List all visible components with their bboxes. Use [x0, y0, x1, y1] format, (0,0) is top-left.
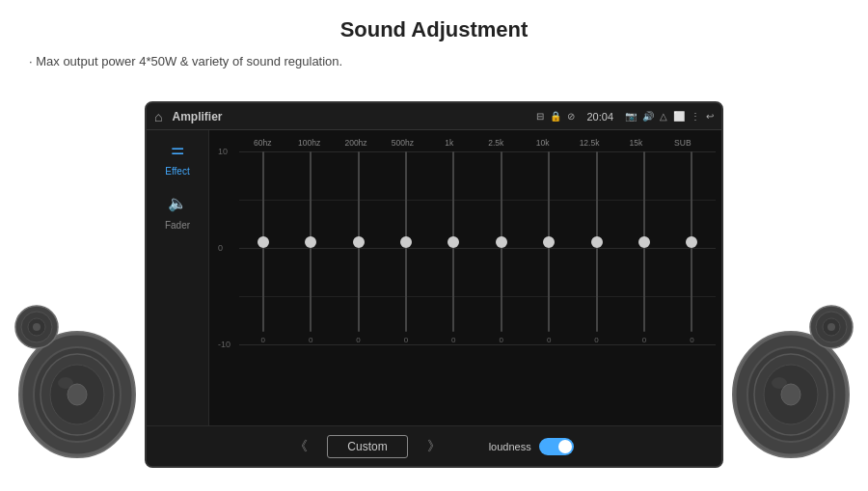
slider-track-8[interactable] [596, 151, 598, 332]
slider-track-4[interactable] [405, 151, 407, 332]
slider-thumb-7[interactable] [543, 236, 555, 248]
slider-val-1: 0 [260, 336, 264, 344]
home-icon[interactable]: ⌂ [154, 109, 162, 124]
svg-point-10 [33, 323, 41, 331]
slider-500hz: 0 [382, 151, 429, 344]
slider-thumb-1[interactable] [258, 236, 269, 248]
custom-button[interactable]: Custom [327, 435, 407, 458]
slider-track-1[interactable] [262, 151, 264, 332]
svg-point-17 [772, 377, 787, 389]
toggle-knob [558, 440, 572, 453]
freq-100hz: 100hz [285, 138, 332, 148]
next-arrow-button[interactable]: 》 [427, 438, 441, 455]
slider-val-6: 0 [500, 336, 503, 344]
freq-2k5: 2.5k [473, 138, 519, 148]
slider-track-7[interactable] [548, 151, 550, 332]
content-area: ⚌ Effect 🔈 Fader 60hz 100hz 200hz 500hz … [147, 130, 721, 425]
loudness-label: loudness [489, 441, 531, 452]
slider-200hz: 0 [335, 151, 382, 344]
screenshot-icon: ⊟ [536, 111, 544, 122]
freq-15k: 15k [612, 138, 659, 148]
slider-track-2[interactable] [310, 151, 312, 332]
grid-label-0: 0 [218, 243, 223, 253]
slider-sub: 0 [668, 151, 716, 344]
slider-val-4: 0 [404, 336, 408, 344]
slider-val-9: 0 [642, 336, 646, 344]
left-panel: ⚌ Effect 🔈 Fader [147, 130, 209, 425]
eq-area: 60hz 100hz 200hz 500hz 1k 2.5k 10k 12.5k… [209, 130, 721, 425]
speaker-right [714, 259, 868, 472]
app-title: Amplifier [172, 110, 536, 123]
eq-icon[interactable]: ⚌ [171, 140, 184, 158]
slider-12k5: 0 [573, 151, 620, 344]
freq-sub: SUB [660, 138, 706, 148]
fader-label: Fader [165, 220, 190, 231]
freq-12k5: 12.5k [566, 138, 612, 148]
frequency-labels: 60hz 100hz 200hz 500hz 1k 2.5k 10k 12.5k… [215, 138, 716, 148]
effect-label: Effect [165, 166, 189, 177]
lock-icon: 🔒 [550, 111, 561, 122]
page-title: Sound Adjustment [0, 0, 868, 50]
volume-icon: 🔊 [642, 111, 654, 122]
sliders-container: 0 0 0 [239, 151, 716, 344]
slider-val-8: 0 [594, 336, 598, 344]
camera-icon: 📷 [625, 111, 637, 122]
slider-thumb-4[interactable] [400, 236, 412, 248]
freq-10k: 10k [519, 138, 565, 148]
device-screen: ⌂ Amplifier ⊟ 🔒 ⊘ 20:04 📷 🔊 △ ⬜ ⋮ ↩ ⚌ Ef… [145, 101, 723, 468]
slider-track-6[interactable] [501, 151, 502, 332]
status-bar: ⌂ Amplifier ⊟ 🔒 ⊘ 20:04 📷 🔊 △ ⬜ ⋮ ↩ [147, 103, 721, 130]
slider-track-5[interactable] [452, 151, 454, 332]
freq-500hz: 500hz [379, 138, 425, 148]
slider-thumb-5[interactable] [448, 236, 459, 248]
slider-track-3[interactable] [358, 151, 360, 332]
slider-val-10: 0 [690, 336, 693, 344]
slider-val-3: 0 [356, 336, 360, 344]
loudness-container: loudness [489, 438, 574, 455]
freq-1k: 1k [426, 138, 473, 148]
slider-thumb-3[interactable] [353, 236, 365, 248]
bottom-controls: 《 Custom 》 loudness [147, 425, 721, 466]
slider-60hz: 0 [239, 151, 286, 344]
page-subtitle: · Max output power 4*50W & variety of so… [0, 50, 868, 78]
slider-thumb-8[interactable] [591, 236, 603, 248]
slider-1k: 0 [430, 151, 477, 344]
slider-val-2: 0 [309, 336, 312, 344]
screen-icon: ⬜ [673, 111, 685, 122]
menu-icon[interactable]: ⋮ [691, 111, 700, 122]
slider-track-9[interactable] [643, 151, 645, 332]
speaker-left [0, 259, 154, 472]
status-icons: ⊟ 🔒 ⊘ 20:04 📷 🔊 △ ⬜ ⋮ ↩ [536, 111, 714, 123]
volume-icon-fader[interactable]: 🔈 [168, 194, 187, 212]
triangle-icon: △ [660, 111, 667, 122]
freq-60hz: 60hz [239, 138, 285, 148]
freq-200hz: 200hz [333, 138, 379, 148]
slider-15k: 0 [620, 151, 667, 344]
loudness-toggle[interactable] [539, 438, 574, 455]
slider-100hz: 0 [286, 151, 334, 344]
slider-thumb-6[interactable] [496, 236, 507, 248]
prev-arrow-button[interactable]: 《 [294, 438, 308, 455]
grid-label-neg10: -10 [218, 340, 231, 349]
slider-val-7: 0 [547, 336, 551, 344]
back-icon[interactable]: ↩ [706, 111, 714, 122]
slider-10k: 0 [525, 151, 572, 344]
grid-label-10: 10 [218, 147, 228, 156]
grid-line-bot: -10 [239, 344, 716, 345]
slider-thumb-9[interactable] [638, 236, 650, 248]
slider-val-5: 0 [451, 336, 455, 344]
clock: 20:04 [586, 111, 613, 123]
svg-point-6 [58, 377, 73, 389]
slider-thumb-10[interactable] [686, 236, 697, 248]
mute-icon: ⊘ [567, 111, 575, 122]
slider-track-10[interactable] [691, 151, 692, 332]
eq-grid: 10 0 -10 [239, 151, 716, 344]
slider-2k5: 0 [477, 151, 525, 344]
slider-thumb-2[interactable] [305, 236, 316, 248]
svg-point-21 [827, 323, 835, 331]
